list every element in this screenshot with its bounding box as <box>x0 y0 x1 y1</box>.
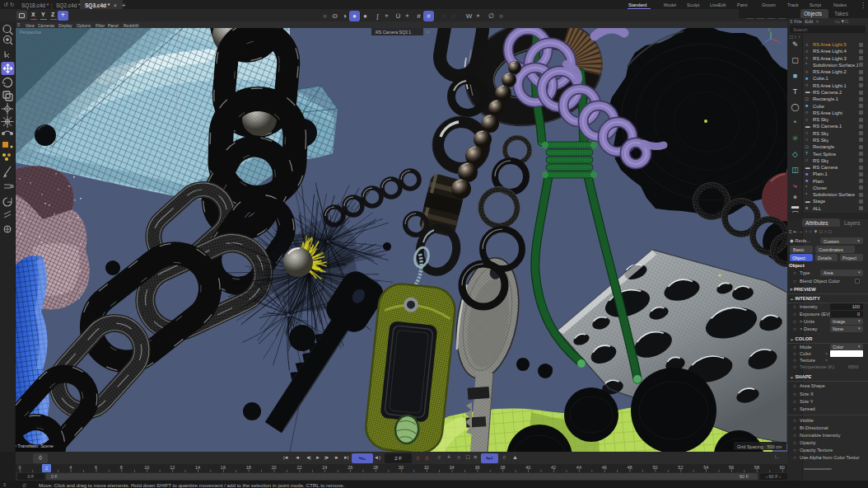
svg-text:52: 52 <box>678 465 683 470</box>
svg-text:44: 44 <box>576 465 581 470</box>
svg-text:50: 50 <box>652 465 657 470</box>
svg-text:34: 34 <box>450 465 455 470</box>
svg-text:8: 8 <box>120 465 123 470</box>
svg-text:48: 48 <box>628 465 632 470</box>
svg-text:14: 14 <box>195 465 200 470</box>
svg-text:40: 40 <box>525 465 530 470</box>
svg-text:0: 0 <box>18 465 21 470</box>
svg-text:6: 6 <box>95 465 97 470</box>
svg-text:56: 56 <box>729 465 734 470</box>
svg-text:Perspective: Perspective <box>20 30 41 35</box>
svg-text:Grid Spacing : 500 cm: Grid Spacing : 500 cm <box>737 444 782 449</box>
svg-text:60: 60 <box>780 465 785 470</box>
svg-text:54: 54 <box>703 465 708 470</box>
svg-text:38: 38 <box>500 465 505 470</box>
svg-text:28: 28 <box>373 465 378 470</box>
svg-text:32: 32 <box>424 465 429 470</box>
svg-text:10: 10 <box>144 465 149 470</box>
svg-text:RS Camera SQ3 1: RS Camera SQ3 1 <box>376 30 411 35</box>
svg-text:16: 16 <box>221 465 226 470</box>
svg-text:26: 26 <box>348 465 352 470</box>
svg-text:42: 42 <box>551 465 556 470</box>
svg-text:58: 58 <box>754 465 759 470</box>
svg-text:4: 4 <box>69 465 72 470</box>
svg-text:36: 36 <box>474 465 479 470</box>
svg-text:View Transform: Scene: View Transform: Scene <box>16 443 54 448</box>
svg-text:46: 46 <box>602 465 607 470</box>
svg-text:24: 24 <box>322 465 327 470</box>
svg-text:20: 20 <box>272 465 277 470</box>
svg-text:22: 22 <box>296 465 301 470</box>
svg-text:12: 12 <box>170 465 175 470</box>
svg-text:30: 30 <box>399 465 404 470</box>
svg-text:18: 18 <box>246 465 251 470</box>
